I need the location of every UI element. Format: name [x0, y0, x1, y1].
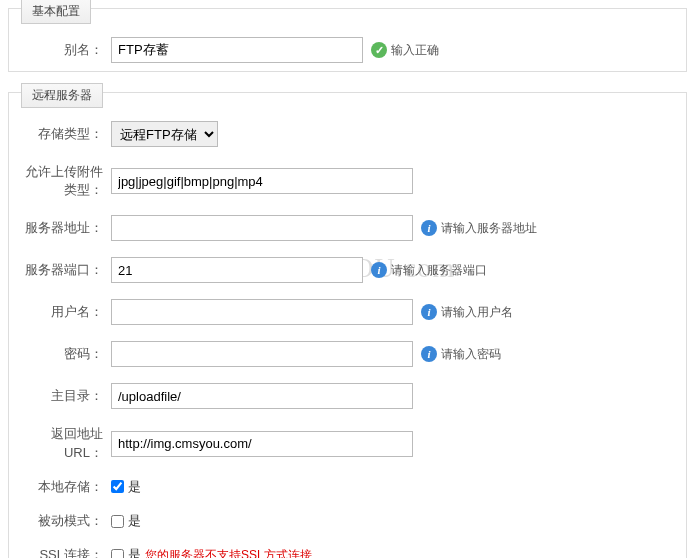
- server-addr-input[interactable]: [111, 215, 413, 241]
- server-addr-hint: 请输入服务器地址: [441, 220, 537, 237]
- root-dir-label: 主目录：: [21, 387, 111, 405]
- passive-checkbox[interactable]: [111, 515, 124, 528]
- checkmark-icon: ✓: [371, 42, 387, 58]
- ssl-label: SSL连接：: [21, 546, 111, 558]
- local-save-label: 本地存储：: [21, 478, 111, 496]
- return-url-row: 返回地址URL：: [9, 417, 686, 469]
- ssl-checkbox[interactable]: [111, 549, 124, 558]
- info-icon: i: [421, 304, 437, 320]
- return-url-input[interactable]: [111, 431, 413, 457]
- info-icon: i: [371, 262, 387, 278]
- username-label: 用户名：: [21, 303, 111, 321]
- passive-text: 是: [128, 512, 141, 530]
- return-url-label: 返回地址URL：: [21, 425, 111, 461]
- local-save-text: 是: [128, 478, 141, 496]
- server-addr-label: 服务器地址：: [21, 219, 111, 237]
- local-save-row: 本地存储： 是: [9, 470, 686, 504]
- alias-row: 别名： ✓ 输入正确: [9, 29, 686, 71]
- allow-types-label: 允许上传附件类型：: [21, 163, 111, 199]
- passive-label: 被动模式：: [21, 512, 111, 530]
- username-hint: 请输入用户名: [441, 304, 513, 321]
- root-dir-row: 主目录：: [9, 375, 686, 417]
- server-port-label: 服务器端口：: [21, 261, 111, 279]
- server-port-hint: 请输入服务器端口: [391, 262, 487, 279]
- server-addr-row: 服务器地址： i 请输入服务器地址: [9, 207, 686, 249]
- storage-type-label: 存储类型：: [21, 125, 111, 143]
- allow-types-input[interactable]: [111, 168, 413, 194]
- password-label: 密码：: [21, 345, 111, 363]
- ssl-error-text: 您的服务器不支持SSL方式连接: [145, 547, 312, 558]
- remote-server-section: 远程服务器 存储类型： 远程FTP存储 允许上传附件类型： 服务器地址： i 请…: [8, 92, 687, 558]
- password-row: 密码： i 请输入密码: [9, 333, 686, 375]
- username-input[interactable]: [111, 299, 413, 325]
- ssl-text: 是: [128, 546, 141, 558]
- password-input[interactable]: [111, 341, 413, 367]
- alias-input[interactable]: [111, 37, 363, 63]
- storage-type-row: 存储类型： 远程FTP存储: [9, 113, 686, 155]
- root-dir-input[interactable]: [111, 383, 413, 409]
- alias-hint: 输入正确: [391, 42, 439, 59]
- username-row: 用户名： i 请输入用户名: [9, 291, 686, 333]
- server-port-input[interactable]: [111, 257, 363, 283]
- alias-label: 别名：: [21, 41, 111, 59]
- storage-type-select[interactable]: 远程FTP存储: [111, 121, 218, 147]
- local-save-checkbox[interactable]: [111, 480, 124, 493]
- info-icon: i: [421, 346, 437, 362]
- basic-config-legend: 基本配置: [21, 0, 91, 24]
- passive-row: 被动模式： 是: [9, 504, 686, 538]
- info-icon: i: [421, 220, 437, 236]
- password-hint: 请输入密码: [441, 346, 501, 363]
- server-port-row: 服务器端口： i 请输入服务器端口: [9, 249, 686, 291]
- remote-server-legend: 远程服务器: [21, 83, 103, 108]
- allow-types-row: 允许上传附件类型：: [9, 155, 686, 207]
- ssl-row: SSL连接： 是 您的服务器不支持SSL方式连接: [9, 538, 686, 558]
- basic-config-section: 基本配置 别名： ✓ 输入正确: [8, 8, 687, 72]
